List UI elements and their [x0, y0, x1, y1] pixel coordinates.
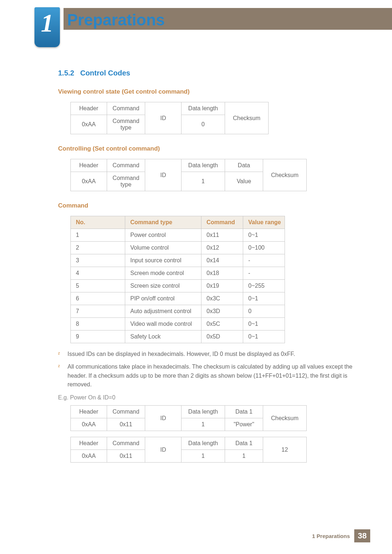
cell: 0x12 — [201, 242, 243, 254]
cell: 0x11 — [107, 450, 145, 463]
table-row: No. Command type Command Value range — [71, 216, 285, 229]
subsection-title-get: Viewing control state (Get control comma… — [58, 88, 361, 95]
col-header: Command — [201, 216, 243, 229]
cell: Data — [225, 159, 263, 172]
table-example-2: Header Command ID Data length Data 1 12 … — [70, 437, 307, 463]
cell: PIP on/off control — [125, 292, 201, 305]
cell: ID — [145, 159, 181, 191]
cell: Header — [71, 159, 107, 172]
table-row: 8Video wall mode control0x5C0~1 — [71, 318, 285, 331]
cell: Header — [71, 406, 107, 418]
cell: Checksum — [263, 406, 307, 431]
cell: 0 — [243, 305, 285, 318]
cell: 1 — [225, 450, 263, 463]
table-row: 6PIP on/off control0x3C0~1 — [71, 292, 285, 305]
cell: Data length — [181, 159, 225, 172]
cell: "Power" — [225, 418, 263, 431]
spacer — [58, 431, 361, 437]
table-row: 2Volume control0x120~100 — [71, 242, 285, 254]
section-title: Control Codes — [80, 69, 130, 77]
cell: 7 — [71, 305, 125, 318]
chapter-number: 1 — [34, 7, 60, 38]
bullet-icon: z — [58, 362, 68, 389]
cell: 0x5C — [201, 318, 243, 331]
cell: 8 — [71, 318, 125, 331]
section-number: 1.5.2 — [58, 69, 74, 77]
subsection-title-command: Command — [58, 202, 361, 209]
table-row: Header Command ID Data length Data 1 Che… — [71, 406, 307, 418]
cell: Data 1 — [225, 437, 263, 450]
table-set-command: Header Command ID Data length Data Check… — [70, 159, 307, 191]
cell: 1 — [181, 172, 225, 191]
footer-label: 1 Preparations — [312, 533, 350, 539]
table-example-1: Header Command ID Data length Data 1 Che… — [70, 405, 307, 431]
cell: 4 — [71, 267, 125, 280]
cell: Command — [107, 159, 145, 172]
cell: 0xAA — [71, 450, 107, 463]
cell: 0x14 — [201, 254, 243, 267]
example-label: E.g. Power On & ID=0 — [58, 394, 361, 401]
table-row: 3Input source control0x14- — [71, 254, 285, 267]
cell: 1 — [181, 450, 225, 463]
cell: 6 — [71, 292, 125, 305]
table-row: 5Screen size control0x190~255 — [71, 280, 285, 292]
cell: ID — [145, 437, 181, 463]
cell: 0~1 — [243, 292, 285, 305]
page-number: 38 — [354, 529, 370, 542]
cell: 0~1 — [243, 318, 285, 331]
cell: Screen size control — [125, 280, 201, 292]
cell: Command — [107, 406, 145, 418]
cell: 0x18 — [201, 267, 243, 280]
cell: 0~100 — [243, 242, 285, 254]
cell: Screen mode control — [125, 267, 201, 280]
cell: 5 — [71, 280, 125, 292]
cell: Video wall mode control — [125, 318, 201, 331]
cell: Auto adjustment control — [125, 305, 201, 318]
cell: 2 — [71, 242, 125, 254]
cell: 1 — [71, 229, 125, 242]
cell: Data length — [181, 437, 225, 450]
subsection-title-set: Controlling (Set control command) — [58, 145, 361, 152]
cell: Header — [71, 437, 107, 450]
cell: Volume control — [125, 242, 201, 254]
table-row: Header Command ID Data length Data 1 12 — [71, 437, 307, 450]
cell: 0x5D — [201, 331, 243, 343]
cell: Data length — [181, 102, 225, 115]
header-bar: 1 Preparations — [0, 0, 392, 47]
cell: 0xAA — [71, 115, 107, 134]
cell: Checksum — [225, 102, 269, 134]
cell: ID — [145, 406, 181, 431]
page-content: 1.5.2 Control Codes Viewing control stat… — [58, 69, 361, 463]
cell: 1 — [181, 418, 225, 431]
notes-list: z Issued IDs can be displayed in hexadec… — [58, 350, 361, 389]
table-get-command: Header Command ID Data length Checksum 0… — [70, 102, 269, 134]
cell: Power control — [125, 229, 201, 242]
cell: Value — [225, 172, 263, 191]
cell: 9 — [71, 331, 125, 343]
table-row: 9Safety Lock0x5D0~1 — [71, 331, 285, 343]
cell: 0x11 — [201, 229, 243, 242]
cell: 0 — [181, 115, 225, 134]
table-row: Header Command ID Data length Checksum — [71, 102, 269, 115]
cell: Command — [107, 102, 145, 115]
cell: Command type — [107, 172, 145, 191]
note-text: Issued IDs can be displayed in hexadecim… — [68, 350, 361, 359]
table-row: Header Command ID Data length Data Check… — [71, 159, 307, 172]
cell: 0~1 — [243, 229, 285, 242]
section-heading: 1.5.2 Control Codes — [58, 69, 361, 77]
cell: Data 1 — [225, 406, 263, 418]
cell: Header — [71, 102, 107, 115]
cell: 12 — [263, 437, 307, 463]
col-header: No. — [71, 216, 125, 229]
table-row: 7Auto adjustment control0x3D0 — [71, 305, 285, 318]
chapter-title: Preparations — [67, 11, 165, 29]
cell: ID — [145, 102, 181, 134]
cell: Command — [107, 437, 145, 450]
cell: 0x3C — [201, 292, 243, 305]
table-row: 4Screen mode control0x18- — [71, 267, 285, 280]
cell: 0x11 — [107, 418, 145, 431]
list-item: z Issued IDs can be displayed in hexadec… — [58, 350, 361, 359]
bullet-icon: z — [58, 350, 68, 359]
cell: - — [243, 254, 285, 267]
cell: 3 — [71, 254, 125, 267]
